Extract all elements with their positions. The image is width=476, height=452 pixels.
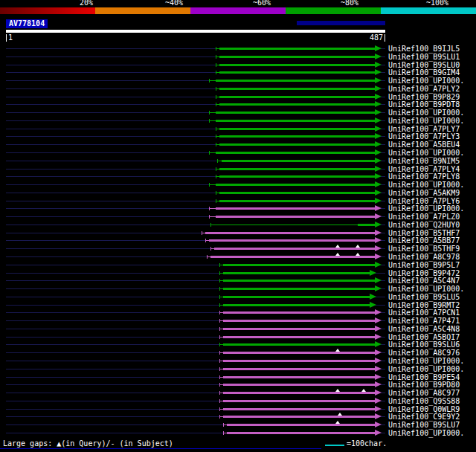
alignment-row: UniRef100_UPI000. [6,286,476,292]
alignment-bar[interactable] [209,239,375,242]
hit-label[interactable]: UniRef100_A8C977 [388,390,460,397]
alignment-bar[interactable] [216,184,376,186]
hit-label[interactable]: UniRef100_A7PCN1 [388,309,460,317]
alignment-bar[interactable] [219,192,375,194]
alignment-bar[interactable] [219,128,375,130]
alignment-bar[interactable] [219,143,375,146]
alignment-bar[interactable] [223,272,370,274]
alignment-bar[interactable] [219,103,375,106]
alignment-bar[interactable] [223,416,375,418]
hit-label[interactable]: UniRef100_A5BB77 [388,237,460,245]
hit-label[interactable]: UniRef100_B9P829 [388,94,460,101]
hit-label[interactable]: UniRef100_A5BQI7 [388,334,460,341]
hit-label[interactable]: UniRef100_B9SLU5 [388,294,460,301]
hit-label[interactable]: UniRef100_B9P5L7 [388,262,460,269]
alignment-bar[interactable] [223,336,375,338]
hit-label[interactable]: UniRef100_A8C976 [388,349,460,357]
alignment-bar[interactable] [216,120,376,122]
hit-label[interactable]: UniRef100_A7PLY2 [388,85,460,93]
hit-label[interactable]: UniRef100_UPI000. [388,109,464,117]
hit-label[interactable]: UniRef100_UPI000. [388,117,464,125]
hit-label[interactable]: UniRef100_B9SLU7 [388,422,460,429]
hit-label[interactable]: UniRef100_B9P472 [388,270,460,277]
hit-label[interactable]: UniRef100_A8C978 [388,254,460,261]
hit-label[interactable]: UniRef100_A5C4N8 [388,326,460,333]
alignment-bar[interactable] [358,224,375,226]
hit-label[interactable]: UniRef100_B9SLU6 [388,341,460,349]
hit-label[interactable]: UniRef100_B9IJL5 [388,45,460,53]
alignment-bar[interactable] [223,320,375,322]
hit-label[interactable]: UniRef100_UPI000. [388,358,464,365]
hit-label[interactable]: UniRef100_A5AKM9 [388,190,460,197]
alignment-bar[interactable] [222,160,375,162]
alignment-bar[interactable] [219,96,375,98]
hit-label[interactable]: UniRef100_Q2HUY0 [388,222,460,229]
hit-label[interactable]: UniRef100_B9PE54 [388,374,460,381]
hit-label[interactable]: UniRef100_UPI000. [388,285,464,293]
hit-label[interactable]: UniRef100_A7PLY8 [388,173,460,181]
hit-label[interactable]: UniRef100_A7PLY4 [388,166,460,173]
alignment-bar[interactable] [223,280,375,282]
alignment-bar[interactable] [223,296,370,298]
hit-label[interactable]: UniRef100_B9PDT8 [388,101,460,109]
hit-label[interactable]: UniRef100_UPI000. [388,149,464,157]
alignment-bar[interactable] [223,392,375,394]
alignment-bar[interactable] [227,424,375,426]
hit-label[interactable]: UniRef100_UPI000. [388,181,464,189]
alignment-bar[interactable] [219,71,375,74]
alignment-bar[interactable] [216,112,376,114]
hit-label[interactable]: UniRef100_A7PLZ0 [388,213,460,221]
hit-label[interactable]: UniRef100_A7PLY3 [388,133,460,141]
hit-label[interactable]: UniRef100_A7PLY6 [388,198,460,205]
alignment-bar[interactable] [216,152,376,154]
alignment-bar[interactable] [223,328,375,330]
hit-label[interactable]: UniRef100_A7P471 [388,317,460,325]
hit-label[interactable]: UniRef100_B9NIM5 [388,158,460,165]
alignment-bar[interactable] [205,232,375,234]
alignment-bar[interactable] [223,408,375,410]
hit-label[interactable]: UniRef100_UPI000. [388,430,464,437]
hit-label[interactable]: UniRef100_A5BEU4 [388,141,460,149]
hit-label[interactable]: UniRef100_A7PLY7 [388,126,460,133]
alignment-bar[interactable] [219,88,375,90]
alignment-bar[interactable] [223,264,375,266]
alignment-bar[interactable] [223,376,375,378]
hit-label[interactable]: UniRef100_B5THF9 [388,245,460,253]
alignment-bar[interactable] [219,168,375,170]
alignment-bar[interactable] [223,352,375,354]
alignment-bar[interactable] [227,432,375,434]
alignment-bar[interactable] [216,207,376,210]
alignment-bar[interactable] [223,360,375,362]
alignment-bar[interactable] [223,368,375,370]
alignment-bar[interactable] [223,343,375,346]
hit-label[interactable]: UniRef100_B5THF7 [388,230,460,237]
alignment-bar[interactable] [210,256,375,258]
hit-label[interactable]: UniRef100_B9GIM4 [388,69,460,77]
hit-label[interactable]: UniRef100_C9E9Y2 [388,413,460,421]
alignment-bar[interactable] [219,56,375,58]
hit-label[interactable]: UniRef100_UPI000. [388,205,464,213]
hit-label[interactable]: UniRef100_B9PD80 [388,381,460,389]
hit-label[interactable]: UniRef100_Q0WLR9 [388,406,460,413]
alignment-bar[interactable] [223,304,370,306]
hit-label[interactable]: UniRef100_B9RMT2 [388,302,460,309]
alignment-bar[interactable] [219,135,375,138]
alignment-bar[interactable] [223,384,375,386]
hit-label[interactable]: UniRef100_Q9SS88 [388,398,460,405]
alignment-bar[interactable] [214,248,376,250]
subject-start-tick [207,255,208,259]
alignment-bar[interactable] [219,48,375,50]
alignment-bar[interactable] [216,80,376,82]
alignment-bar[interactable] [219,200,375,202]
alignment-bar[interactable] [219,64,375,66]
alignment-bar[interactable] [223,311,375,314]
alignment-bar[interactable] [219,175,375,178]
hit-label[interactable]: UniRef100_B9SLU1 [388,54,460,61]
alignment-bar[interactable] [223,288,375,290]
hit-label[interactable]: UniRef100_UPI000. [388,77,464,85]
hit-label[interactable]: UniRef100_A5C4N7 [388,277,460,285]
hit-label[interactable]: UniRef100_B9SLU0 [388,62,460,69]
alignment-bar[interactable] [223,400,375,402]
alignment-bar[interactable] [216,216,376,218]
hit-label[interactable]: UniRef100_UPI000. [388,366,464,373]
